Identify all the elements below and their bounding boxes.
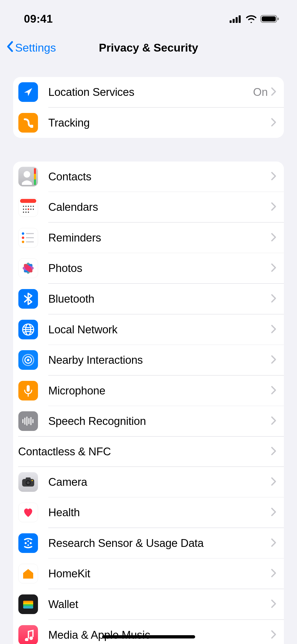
row-label: Bluetooth	[48, 293, 271, 305]
svg-point-18	[23, 209, 24, 210]
row-health[interactable]: Health	[13, 497, 284, 528]
wifi-icon	[246, 15, 257, 23]
svg-point-15	[28, 206, 29, 207]
chevron-right-icon	[271, 118, 276, 128]
svg-point-22	[23, 212, 24, 213]
globe-icon	[18, 320, 38, 339]
row-label: Contactless & NFC	[18, 445, 271, 458]
bluetooth-icon	[18, 289, 38, 309]
row-location-services[interactable]: Location Services On	[13, 77, 284, 107]
contacts-icon	[18, 167, 38, 186]
chevron-right-icon	[271, 477, 276, 487]
chevron-right-icon	[271, 202, 276, 212]
svg-point-57	[27, 481, 30, 484]
battery-icon	[260, 14, 279, 23]
svg-point-21	[33, 209, 34, 210]
row-research-sensor[interactable]: Research Sensor & Usage Data	[13, 528, 284, 558]
chevron-right-icon	[271, 447, 276, 457]
row-value: On	[253, 86, 268, 98]
svg-rect-5	[262, 16, 276, 21]
row-media-apple-music[interactable]: Media & Apple Music	[13, 620, 284, 644]
chevron-right-icon	[271, 538, 276, 548]
row-label: Calendars	[48, 201, 271, 213]
nav-header: Settings Privacy & Security	[0, 33, 297, 63]
svg-point-19	[25, 209, 27, 210]
svg-point-11	[24, 171, 30, 178]
row-label: Tracking	[48, 116, 271, 129]
svg-rect-1	[233, 19, 235, 23]
svg-point-13	[23, 206, 24, 207]
row-label: Nearby Interactions	[48, 354, 271, 366]
row-local-network[interactable]: Local Network	[13, 314, 284, 345]
status-time: 09:41	[24, 13, 53, 25]
row-tracking[interactable]: Tracking	[13, 108, 284, 138]
chevron-right-icon	[271, 355, 276, 365]
location-icon	[18, 82, 38, 102]
back-button[interactable]: Settings	[0, 41, 56, 55]
row-reminders[interactable]: Reminders	[13, 223, 284, 253]
row-bluetooth[interactable]: Bluetooth	[13, 284, 284, 314]
svg-point-14	[25, 206, 27, 207]
row-label: Media & Apple Music	[48, 629, 271, 641]
chevron-right-icon	[271, 599, 276, 609]
svg-point-23	[25, 212, 27, 213]
svg-point-28	[22, 236, 24, 239]
tracking-icon	[18, 113, 38, 133]
row-homekit[interactable]: HomeKit	[13, 558, 284, 589]
row-photos[interactable]: Photos	[13, 253, 284, 283]
svg-point-58	[32, 480, 33, 481]
svg-point-20	[30, 209, 31, 210]
svg-point-17	[33, 206, 34, 207]
chevron-right-icon	[271, 87, 276, 97]
calendars-icon	[18, 197, 38, 217]
row-calendars[interactable]: Calendars	[13, 192, 284, 222]
svg-point-59	[25, 542, 27, 544]
svg-rect-7	[30, 125, 33, 128]
row-speech-recognition[interactable]: Speech Recognition	[13, 406, 284, 436]
home-indicator[interactable]	[102, 635, 195, 638]
svg-rect-6	[277, 18, 279, 20]
svg-rect-9	[34, 174, 36, 179]
svg-point-30	[22, 240, 24, 243]
settings-group-2: Contacts Calendars Reminders	[13, 162, 284, 644]
row-label: Contacts	[48, 170, 271, 183]
microphone-icon	[18, 381, 38, 400]
waveform-icon	[18, 411, 38, 431]
row-contactless-nfc[interactable]: Contactless & NFC	[13, 437, 284, 466]
svg-rect-46	[27, 385, 30, 392]
svg-rect-12	[20, 199, 36, 203]
svg-rect-10	[34, 179, 36, 185]
row-nearby-interactions[interactable]: Nearby Interactions	[13, 345, 284, 375]
back-label: Settings	[15, 41, 56, 54]
chevron-right-icon	[271, 325, 276, 335]
research-icon	[18, 533, 38, 553]
chevron-right-icon	[271, 172, 276, 182]
chevron-left-icon	[6, 41, 14, 55]
row-label: Photos	[48, 262, 271, 274]
photos-icon	[18, 258, 38, 278]
status-indicators	[230, 14, 279, 23]
cellular-icon	[230, 15, 242, 23]
row-camera[interactable]: Camera	[13, 467, 284, 497]
row-label: Wallet	[48, 598, 271, 611]
svg-point-45	[27, 359, 29, 361]
row-label: Microphone	[48, 384, 271, 397]
svg-rect-8	[34, 168, 36, 174]
chevron-right-icon	[271, 294, 276, 304]
row-label: Reminders	[48, 231, 271, 244]
reminders-icon	[18, 228, 38, 248]
svg-rect-2	[236, 17, 238, 23]
row-label: Camera	[48, 476, 271, 488]
row-contacts[interactable]: Contacts	[13, 162, 284, 192]
row-label: Local Network	[48, 323, 271, 336]
svg-point-60	[30, 542, 32, 544]
chevron-right-icon	[271, 507, 276, 517]
svg-point-24	[28, 212, 29, 213]
row-wallet[interactable]: Wallet	[13, 589, 284, 619]
chevron-right-icon	[271, 386, 276, 396]
home-icon	[18, 564, 38, 583]
row-label: Location Services	[48, 86, 253, 98]
heart-icon	[18, 503, 38, 522]
row-microphone[interactable]: Microphone	[13, 376, 284, 406]
chevron-right-icon	[271, 263, 276, 273]
